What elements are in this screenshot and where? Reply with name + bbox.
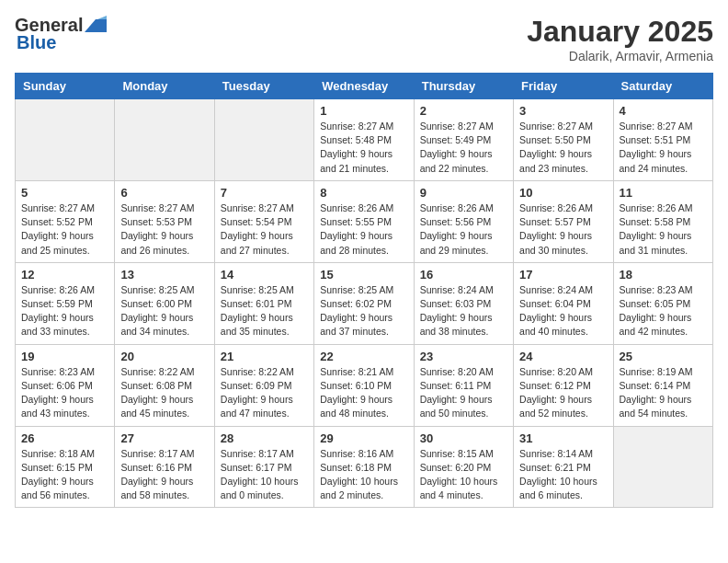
day-info: Sunrise: 8:18 AM Sunset: 6:15 PM Dayligh… (21, 447, 108, 503)
day-info: Sunrise: 8:25 AM Sunset: 6:00 PM Dayligh… (120, 283, 208, 339)
day-info: Sunrise: 8:27 AM Sunset: 5:50 PM Dayligh… (519, 120, 607, 176)
week-row-2: 5Sunrise: 8:27 AM Sunset: 5:52 PM Daylig… (16, 180, 713, 262)
day-header-thursday: Thursday (414, 74, 513, 99)
calendar-cell: 27Sunrise: 8:17 AM Sunset: 6:16 PM Dayli… (115, 426, 214, 508)
calendar-cell: 21Sunrise: 8:22 AM Sunset: 6:09 PM Dayli… (214, 344, 313, 426)
day-info: Sunrise: 8:23 AM Sunset: 6:06 PM Dayligh… (21, 365, 108, 421)
day-number: 31 (519, 431, 607, 445)
day-number: 12 (21, 268, 108, 282)
day-number: 6 (120, 186, 208, 200)
day-number: 16 (420, 268, 507, 282)
day-number: 2 (420, 104, 507, 118)
calendar-cell: 7Sunrise: 8:27 AM Sunset: 5:54 PM Daylig… (214, 180, 313, 262)
calendar-cell: 5Sunrise: 8:27 AM Sunset: 5:52 PM Daylig… (16, 180, 115, 262)
calendar-cell: 20Sunrise: 8:22 AM Sunset: 6:08 PM Dayli… (115, 344, 214, 426)
day-info: Sunrise: 8:25 AM Sunset: 6:01 PM Dayligh… (221, 283, 308, 339)
calendar-cell: 11Sunrise: 8:26 AM Sunset: 5:58 PM Dayli… (613, 180, 712, 262)
day-header-saturday: Saturday (613, 74, 712, 99)
page-header: General Blue January 2025 Dalarik, Armav… (15, 15, 713, 63)
calendar-cell: 15Sunrise: 8:25 AM Sunset: 6:02 PM Dayli… (314, 262, 414, 344)
day-info: Sunrise: 8:25 AM Sunset: 6:02 PM Dayligh… (320, 283, 407, 339)
day-info: Sunrise: 8:24 AM Sunset: 6:03 PM Dayligh… (420, 283, 507, 339)
day-info: Sunrise: 8:27 AM Sunset: 5:52 PM Dayligh… (21, 201, 108, 258)
day-number: 15 (320, 268, 407, 282)
day-number: 20 (120, 350, 208, 363)
week-row-3: 12Sunrise: 8:26 AM Sunset: 5:59 PM Dayli… (16, 262, 713, 344)
calendar-cell: 14Sunrise: 8:25 AM Sunset: 6:01 PM Dayli… (214, 262, 313, 344)
day-info: Sunrise: 8:17 AM Sunset: 6:17 PM Dayligh… (221, 447, 308, 503)
calendar-cell: 23Sunrise: 8:20 AM Sunset: 6:11 PM Dayli… (414, 344, 513, 426)
calendar-cell: 6Sunrise: 8:27 AM Sunset: 5:53 PM Daylig… (115, 180, 214, 262)
logo-blue-text: Blue (17, 32, 56, 53)
calendar-cell: 3Sunrise: 8:27 AM Sunset: 5:50 PM Daylig… (514, 99, 613, 181)
day-info: Sunrise: 8:24 AM Sunset: 6:04 PM Dayligh… (519, 283, 607, 339)
day-number: 8 (320, 186, 407, 200)
svg-marker-1 (97, 16, 107, 19)
day-number: 13 (120, 268, 208, 282)
day-header-wednesday: Wednesday (314, 74, 414, 99)
calendar-cell: 12Sunrise: 8:26 AM Sunset: 5:59 PM Dayli… (16, 262, 115, 344)
day-info: Sunrise: 8:21 AM Sunset: 6:10 PM Dayligh… (320, 365, 407, 421)
day-header-friday: Friday (514, 74, 613, 99)
day-info: Sunrise: 8:26 AM Sunset: 5:58 PM Dayligh… (620, 201, 707, 258)
calendar-cell (16, 99, 115, 181)
calendar-cell: 29Sunrise: 8:16 AM Sunset: 6:18 PM Dayli… (314, 426, 414, 508)
day-number: 29 (320, 431, 407, 445)
week-row-4: 19Sunrise: 8:23 AM Sunset: 6:06 PM Dayli… (16, 344, 713, 426)
day-number: 24 (519, 350, 607, 363)
day-number: 25 (620, 350, 707, 363)
calendar-cell: 4Sunrise: 8:27 AM Sunset: 5:51 PM Daylig… (613, 99, 712, 181)
calendar-cell (214, 99, 313, 181)
calendar-cell: 19Sunrise: 8:23 AM Sunset: 6:06 PM Dayli… (16, 344, 115, 426)
month-title: January 2025 (527, 15, 713, 49)
calendar-cell: 26Sunrise: 8:18 AM Sunset: 6:15 PM Dayli… (16, 426, 115, 508)
calendar-cell: 30Sunrise: 8:15 AM Sunset: 6:20 PM Dayli… (414, 426, 513, 508)
day-info: Sunrise: 8:26 AM Sunset: 5:59 PM Dayligh… (21, 283, 108, 339)
week-row-1: 1Sunrise: 8:27 AM Sunset: 5:48 PM Daylig… (16, 99, 713, 181)
day-info: Sunrise: 8:26 AM Sunset: 5:55 PM Dayligh… (320, 201, 407, 258)
day-info: Sunrise: 8:27 AM Sunset: 5:53 PM Dayligh… (120, 201, 208, 258)
day-info: Sunrise: 8:26 AM Sunset: 5:57 PM Dayligh… (519, 201, 607, 258)
day-number: 23 (420, 350, 507, 363)
calendar-cell: 8Sunrise: 8:26 AM Sunset: 5:55 PM Daylig… (314, 180, 414, 262)
header-row: SundayMondayTuesdayWednesdayThursdayFrid… (16, 74, 713, 99)
calendar-cell: 9Sunrise: 8:26 AM Sunset: 5:56 PM Daylig… (414, 180, 513, 262)
location: Dalarik, Armavir, Armenia (527, 49, 713, 63)
logo-icon (85, 16, 107, 32)
day-info: Sunrise: 8:27 AM Sunset: 5:51 PM Dayligh… (620, 120, 707, 176)
day-header-monday: Monday (115, 74, 214, 99)
day-info: Sunrise: 8:23 AM Sunset: 6:05 PM Dayligh… (620, 283, 707, 339)
day-info: Sunrise: 8:17 AM Sunset: 6:16 PM Dayligh… (120, 447, 208, 503)
day-info: Sunrise: 8:27 AM Sunset: 5:48 PM Dayligh… (320, 120, 407, 176)
day-number: 17 (519, 268, 607, 282)
day-number: 4 (620, 104, 707, 118)
day-info: Sunrise: 8:22 AM Sunset: 6:09 PM Dayligh… (221, 365, 308, 421)
day-info: Sunrise: 8:27 AM Sunset: 5:49 PM Dayligh… (420, 120, 507, 176)
day-number: 26 (21, 431, 108, 445)
day-number: 1 (320, 104, 407, 118)
day-number: 5 (21, 186, 108, 200)
day-number: 11 (620, 186, 707, 200)
calendar-cell: 22Sunrise: 8:21 AM Sunset: 6:10 PM Dayli… (314, 344, 414, 426)
calendar-cell: 31Sunrise: 8:14 AM Sunset: 6:21 PM Dayli… (514, 426, 613, 508)
day-number: 18 (620, 268, 707, 282)
calendar-cell: 28Sunrise: 8:17 AM Sunset: 6:17 PM Dayli… (214, 426, 313, 508)
day-info: Sunrise: 8:16 AM Sunset: 6:18 PM Dayligh… (320, 447, 407, 503)
day-info: Sunrise: 8:26 AM Sunset: 5:56 PM Dayligh… (420, 201, 507, 258)
calendar-cell (115, 99, 214, 181)
calendar-cell: 17Sunrise: 8:24 AM Sunset: 6:04 PM Dayli… (514, 262, 613, 344)
day-header-sunday: Sunday (16, 74, 115, 99)
calendar-cell: 25Sunrise: 8:19 AM Sunset: 6:14 PM Dayli… (613, 344, 712, 426)
logo: General Blue (15, 15, 107, 53)
day-number: 14 (221, 268, 308, 282)
calendar-table: SundayMondayTuesdayWednesdayThursdayFrid… (15, 73, 713, 508)
week-row-5: 26Sunrise: 8:18 AM Sunset: 6:15 PM Dayli… (16, 426, 713, 508)
day-number: 7 (221, 186, 308, 200)
day-info: Sunrise: 8:22 AM Sunset: 6:08 PM Dayligh… (120, 365, 208, 421)
day-header-tuesday: Tuesday (214, 74, 313, 99)
calendar-cell: 1Sunrise: 8:27 AM Sunset: 5:48 PM Daylig… (314, 99, 414, 181)
day-info: Sunrise: 8:20 AM Sunset: 6:12 PM Dayligh… (519, 365, 607, 421)
calendar-cell: 16Sunrise: 8:24 AM Sunset: 6:03 PM Dayli… (414, 262, 513, 344)
calendar-cell: 2Sunrise: 8:27 AM Sunset: 5:49 PM Daylig… (414, 99, 513, 181)
day-number: 21 (221, 350, 308, 363)
